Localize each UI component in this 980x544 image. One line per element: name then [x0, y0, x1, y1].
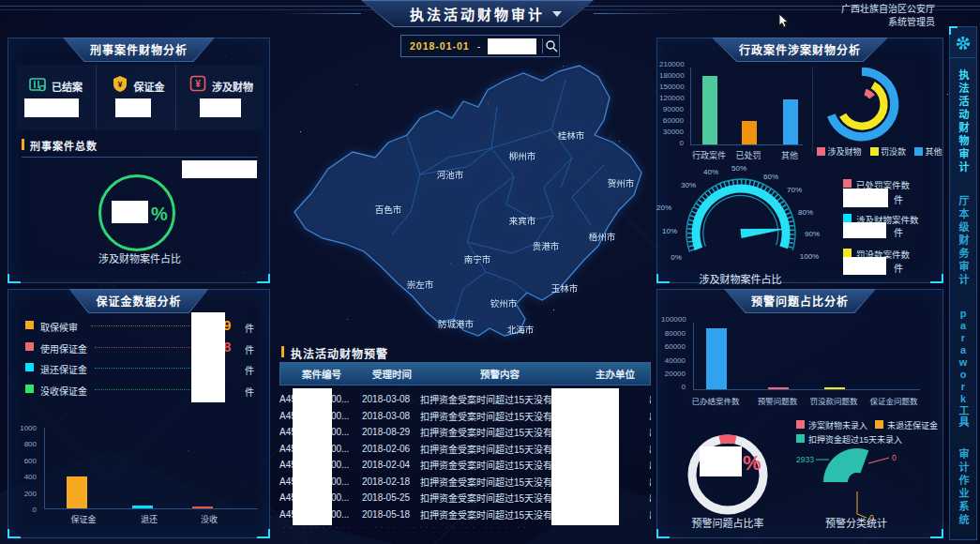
header-wing-left	[281, 13, 361, 14]
legend-label[interactable]: 未退还保证金	[887, 419, 938, 431]
province-outline	[294, 66, 641, 336]
panel-title: 行政案件涉案财物分析	[713, 38, 887, 61]
legend-swatch[interactable]	[875, 420, 883, 429]
redaction-box	[115, 98, 151, 117]
gauge-tick: 100%	[800, 252, 819, 261]
y-tick: 150000	[659, 83, 684, 91]
gauge-tick: 80%	[798, 208, 813, 217]
pie-slice-deduction[interactable]	[823, 448, 868, 482]
stat-card-bail[interactable]: ¥ 保证金	[97, 65, 177, 130]
city-label[interactable]: 来宾市	[509, 216, 536, 226]
y-tick: 20000	[661, 370, 686, 378]
city-label[interactable]: 桂林市	[558, 130, 585, 141]
legend-item[interactable]: 涉及财物	[817, 145, 862, 158]
stat-label: 涉及财物	[212, 79, 253, 94]
city-label[interactable]: 南宁市	[464, 254, 491, 264]
legend-label[interactable]: 退还保证金	[40, 362, 87, 376]
col-header[interactable]: 主办单位	[579, 363, 651, 385]
ratio-caption: 预警问题占比率	[671, 515, 784, 530]
sidebar-corner-accent	[949, 26, 957, 35]
bar-punished	[742, 121, 757, 144]
bar-admin-cases	[702, 76, 717, 144]
city-label[interactable]: 北海市	[507, 325, 535, 335]
legend-swatch[interactable]	[796, 420, 805, 429]
col-header[interactable]: 预警内容	[421, 363, 579, 385]
right-sidebar: 执法活动财物审计 厅本级财务审计 parawork工具 审计作业系统	[949, 26, 977, 540]
bar-returned	[132, 506, 153, 508]
sidebar-item-audit-work-system[interactable]: 审计作业系统	[956, 448, 971, 527]
x-category: 罚没款问题数	[809, 395, 857, 406]
city-label[interactable]: 贵港市	[533, 241, 560, 251]
y-tick: 120000	[659, 94, 684, 102]
legend-item[interactable]: 罚没款	[870, 145, 907, 158]
legend-label[interactable]: 没收保证金	[40, 384, 87, 398]
panel-title: 刑事案件财物分析	[64, 38, 214, 61]
legend-swatch[interactable]	[843, 214, 852, 222]
sidebar-item-enforcement-audit[interactable]: 执法活动财物审计	[956, 69, 971, 174]
city-label[interactable]: 柳州市	[509, 151, 536, 161]
legend-swatch[interactable]	[25, 363, 34, 371]
pie-callout-property: 0	[892, 453, 897, 462]
sidebar-item-department-finance-audit[interactable]: 厅本级财务审计	[956, 195, 971, 287]
col-header[interactable]: 案件编号	[280, 363, 363, 385]
legend-swatch[interactable]	[843, 249, 852, 257]
redaction-box	[112, 201, 148, 223]
date-start-input[interactable]: 2018-01-01	[410, 40, 470, 52]
guangxi-map[interactable]: 桂林市 柳州市 贺州市 河池市 百色市 来宾市 梧州市 贵港市 南宁市 玉林市 …	[279, 54, 655, 340]
date-end-input-redacted[interactable]	[488, 38, 536, 54]
city-label[interactable]: 钦州市	[490, 298, 518, 309]
panel-title: 保证金数据分析	[69, 290, 207, 312]
gauge-tick: 60%	[763, 173, 778, 181]
y-tick: 180000	[659, 71, 684, 80]
yen-box-icon: ¥	[189, 75, 206, 92]
legend-unit: 件	[245, 363, 254, 377]
legend-swatch[interactable]	[25, 342, 34, 351]
user-info: 广西壮族自治区公安厅 系统管理员	[841, 3, 935, 29]
stat-label: 已结案	[52, 79, 83, 94]
col-header[interactable]: 受理时间	[363, 363, 421, 385]
legend-unit: 件	[894, 225, 903, 239]
legend-leader-line	[91, 325, 190, 326]
city-label[interactable]: 百色市	[375, 204, 402, 215]
redaction-box	[843, 257, 886, 275]
x-category: 预警问题数	[758, 395, 798, 406]
city-label[interactable]: 崇左市	[407, 280, 434, 290]
search-button[interactable]	[543, 39, 559, 53]
title-dropdown-caret-icon[interactable]	[552, 11, 562, 17]
user-name[interactable]: 系统管理员	[841, 16, 935, 29]
city-label[interactable]: 贺州市	[608, 178, 635, 189]
legend-label[interactable]: 使用保证金	[40, 341, 87, 355]
legend-label[interactable]: 涉案财物未录入	[808, 419, 867, 431]
city-label[interactable]: 防城港市	[438, 319, 475, 329]
redaction-box	[24, 98, 79, 117]
date-range-dash: -	[477, 40, 481, 52]
app-title-plate: 执法活动财物审计	[361, 0, 594, 27]
city-label[interactable]: 河池市	[437, 170, 464, 180]
legend-swatch[interactable]	[843, 179, 852, 188]
stat-card-involved-property[interactable]: ¥ 涉及财物	[176, 65, 264, 130]
gear-icon	[955, 35, 972, 52]
y-tick: 90000	[659, 105, 684, 113]
legend-swatch[interactable]	[25, 321, 34, 329]
section-marker	[22, 139, 24, 150]
percent-sign: %	[151, 204, 168, 225]
y-tick: 0	[12, 506, 37, 514]
dashboard-root: 执法活动财物审计 广西壮族自治区公安厅 系统管理员 刑事案件财物分析 已结案	[0, 0, 980, 544]
org-name: 广西壮族自治区公安厅	[841, 3, 935, 16]
table-header-row: 案件编号 受理时间 预警内容 主办单位	[279, 362, 651, 385]
legend-item[interactable]: 其他	[914, 145, 942, 158]
y-tick: 0	[661, 383, 686, 391]
city-label[interactable]: 梧州市	[589, 232, 616, 242]
legend-swatch[interactable]	[25, 385, 34, 393]
city-label[interactable]: 玉林市	[551, 283, 579, 294]
stat-card-closed-cases[interactable]: 已结案	[16, 65, 97, 130]
stat-label: 保证金	[134, 79, 165, 94]
y-tick: 210000	[659, 60, 684, 68]
y-tick: 40000	[661, 356, 686, 365]
redaction-box	[200, 98, 241, 117]
admin-case-panel: 行政案件涉案财物分析 210000 180000 150000 120000 9…	[656, 38, 943, 283]
sidebar-item-parawork-tool[interactable]: parawork工具	[956, 308, 971, 428]
y-tick: 80000	[661, 329, 686, 338]
legend-label[interactable]: 取保候审	[40, 320, 78, 334]
gauge-tick: 0%	[671, 253, 682, 262]
